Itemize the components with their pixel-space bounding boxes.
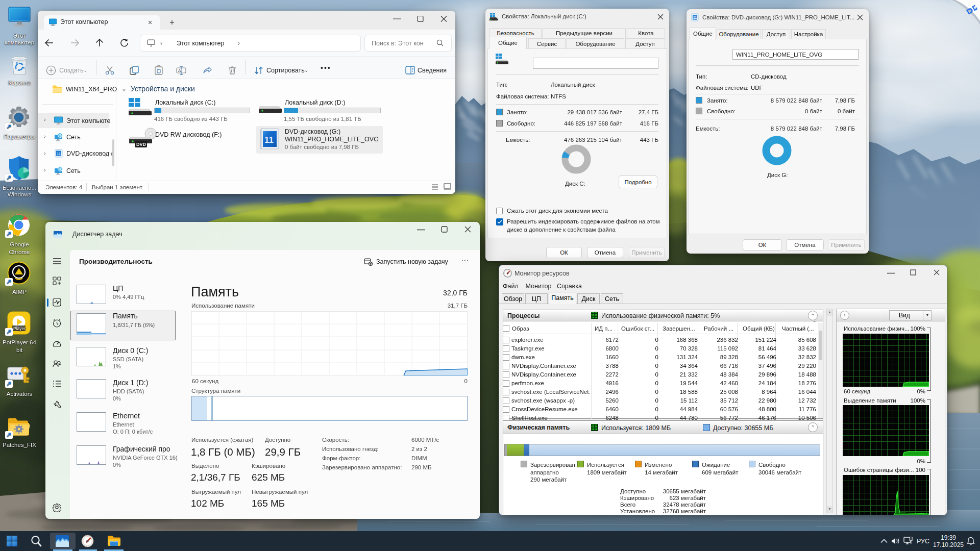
svg-text:11: 11 (264, 135, 274, 145)
svg-text:Player: Player (13, 326, 26, 331)
svg-text:A: A (178, 68, 181, 73)
svg-text:11: 11 (693, 16, 697, 19)
svg-text:DVD: DVD (136, 142, 146, 147)
svg-text:11: 11 (57, 152, 61, 156)
